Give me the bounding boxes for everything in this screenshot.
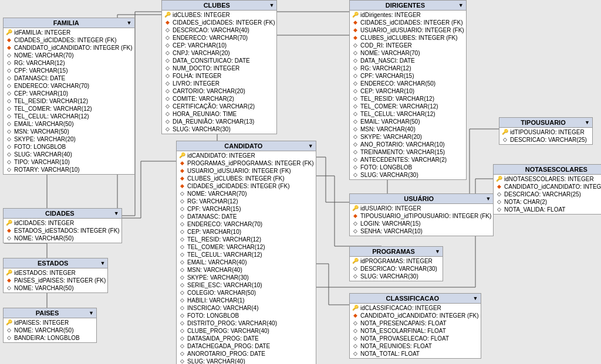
field-text: TEL_RESID: VARCHAR(12): [14, 97, 88, 105]
field-icon: ◇: [178, 328, 185, 335]
table-row: ◇FOLHA: INTEGER: [162, 72, 276, 80]
table-row: ◆CIDADES_idCIDADES: INTEGER (FK): [177, 182, 316, 190]
field-text: RG: VARCHAR(12): [360, 64, 411, 72]
table-row: ◇MSN: VARCHAR(40): [177, 266, 316, 274]
field-icon: ◇: [5, 75, 12, 82]
table-header-tipousuario[interactable]: TIPOUSUARIO▼: [499, 118, 592, 128]
pk-icon: 🔑: [164, 12, 171, 19]
table-title-familia: FAMILIA: [6, 19, 127, 26]
fk-icon: ◆: [164, 19, 171, 26]
table-header-estados[interactable]: ESTADOS▼: [4, 258, 107, 268]
table-row: ◇ROTARY: VARCHAR(10): [4, 166, 134, 174]
field-icon: ◇: [164, 50, 171, 57]
field-icon: ◇: [5, 151, 12, 158]
field-text: idUSUARIO: INTEGER: [360, 205, 421, 212]
table-row: ◇INSCRICAO: VARCHAR(4): [177, 304, 316, 312]
field-icon: ◇: [178, 297, 185, 304]
field-icon: ◇: [352, 328, 359, 335]
table-row: ◇ANTECEDENTES: VARCHAR(2): [350, 156, 466, 164]
table-arrow-cidades[interactable]: ▼: [114, 210, 119, 216]
table-row: ◇NOTA_PRESENCAPAIS: FLOAT: [350, 319, 481, 327]
table-arrow-paises[interactable]: ▼: [89, 310, 94, 316]
field-text: NOTA_TOTAL: FLOAT: [360, 350, 420, 358]
field-text: SENHA: VARCHAR(10): [360, 227, 423, 235]
field-text: DESCRICAO: VARCHAR(30): [360, 265, 437, 273]
field-text: CEP: VARCHAR(10): [173, 42, 227, 49]
table-arrow-familia[interactable]: ▼: [127, 20, 132, 26]
field-icon: ◇: [5, 327, 12, 334]
field-text: RG: VARCHAR(12): [187, 198, 238, 205]
table-row: ◇HABILI: VARCHAR(1): [177, 297, 316, 304]
table-row: ◇DATA_CONSITUICAO: DATE: [162, 57, 276, 64]
table-row: ◇ENDERECO: VARCHAR(50): [350, 80, 466, 87]
table-title-usuario: USUÁRIO: [352, 195, 485, 202]
table-row: ◇FOTO: LONGBLOB: [177, 312, 316, 319]
table-row: ◇ENDERECO: VARCHAR(70): [162, 34, 276, 42]
field-text: SERIE_ESC: VARCHAR(10): [187, 281, 262, 289]
table-header-usuario[interactable]: USUÁRIO▼: [350, 194, 493, 204]
table-header-candidato[interactable]: CANDIDATO▼: [177, 141, 316, 151]
table-row: ◇DESCRICAO: VARCHAR(25): [499, 136, 592, 144]
field-icon: ◇: [5, 67, 12, 74]
table-arrow-classificacao[interactable]: ▼: [473, 295, 478, 301]
table-row: ◇NOME: VARCHAR(70): [350, 49, 466, 57]
table-header-programas[interactable]: PROGRAMAS▼: [350, 247, 443, 257]
field-text: ENDERECO: VARCHAR(70): [187, 220, 262, 228]
field-icon: ◇: [352, 88, 359, 95]
table-estados: ESTADOS▼🔑idESTADOS: INTEGER◆PAISES_idPAI…: [3, 258, 108, 293]
field-text: NOME: VARCHAR(50): [14, 234, 74, 242]
table-row: ◇ANO_ROTARIO: VARCHAR(10): [350, 141, 466, 148]
table-title-cidades: CIDADES: [6, 210, 114, 217]
table-header-familia[interactable]: FAMILIA▼: [4, 18, 134, 28]
table-arrow-estados[interactable]: ▼: [100, 260, 105, 266]
field-icon: ◇: [178, 221, 185, 228]
table-row: ◇TEL_RESID: VARCHAR(12): [350, 95, 466, 103]
field-text: SLUG: VARCHAR(30): [360, 273, 418, 280]
field-text: CANDIDATO_idCANDIDATO: INTEGER (FK): [360, 312, 479, 319]
field-text: SKYPE: VARCHAR(30): [187, 274, 249, 281]
field-text: CEP: VARCHAR(10): [187, 228, 241, 236]
table-row: ◇COMITE: VARCHAR(2): [162, 95, 276, 103]
pk-icon: 🔑: [501, 129, 508, 136]
table-row: ◇TEL_COMER: VARCHAR(12): [350, 103, 466, 110]
field-text: NOTA_PROVASELECAO: FLOAT: [360, 335, 449, 342]
table-header-dirigentes[interactable]: DIRIGENTES▼: [350, 1, 466, 11]
table-arrow-tipousuario[interactable]: ▼: [585, 120, 590, 125]
field-text: DISTRITO_PROG: VARCHAR(40): [187, 319, 277, 327]
field-text: TEL_COMER: VARCHAR(12): [360, 103, 438, 110]
table-header-notasescolares[interactable]: NOTASESCOLARES▼: [494, 165, 601, 175]
table-row: ◇NOTA_PROVASELECAO: FLOAT: [350, 335, 481, 342]
field-text: COD_RI: INTEGER: [360, 42, 412, 49]
fk-icon: ◆: [495, 183, 502, 190]
table-header-cidades[interactable]: CIDADES▼: [4, 209, 121, 219]
field-text: DATANASCI: DATE: [14, 74, 65, 82]
table-body-notasescolares: 🔑idNOTASESCOLARES: INTEGER◆CANDIDATO_idC…: [494, 175, 601, 214]
field-text: NOTA: CHAR(2): [504, 198, 547, 206]
table-row: ◇COLEGIO: VARCHAR(50): [177, 289, 316, 297]
table-row: ◆PROGRAMAS_idPROGRAMAS: INTEGER (FK): [177, 159, 316, 167]
table-arrow-usuario[interactable]: ▼: [485, 196, 491, 202]
field-icon: ◇: [5, 121, 12, 128]
table-row: ◇CEP: VARCHAR(10): [350, 87, 466, 95]
field-text: DESCRICAO: VARCHAR(25): [510, 136, 587, 144]
field-text: USUARIO_idUSUARIO: INTEGER (FK): [360, 26, 464, 34]
field-text: COLEGIO: VARCHAR(50): [187, 289, 256, 297]
field-icon: ◇: [164, 96, 171, 103]
field-text: TEL_CELUL: VARCHAR(12): [360, 110, 435, 118]
table-arrow-programas[interactable]: ▼: [435, 249, 440, 254]
field-icon: ◇: [5, 52, 12, 59]
table-arrow-clubes[interactable]: ▼: [269, 2, 275, 8]
table-header-paises[interactable]: PAISES▼: [4, 308, 96, 318]
table-arrow-dirigentes[interactable]: ▼: [458, 2, 464, 8]
table-row: ◇SENHA: VARCHAR(10): [350, 227, 493, 235]
table-header-classificacao[interactable]: CLASSIFICACAO▼: [350, 294, 481, 304]
table-row: ◇SKYPE: VARCHAR(20): [350, 133, 466, 141]
pk-icon: 🔑: [5, 29, 12, 36]
table-arrow-candidato[interactable]: ▼: [308, 143, 313, 149]
field-text: idESTADOS: INTEGER: [14, 269, 76, 277]
field-text: ANOROTARIO_PROG: DATE: [187, 350, 265, 358]
table-row: ◇NOME: VARCHAR(70): [4, 52, 134, 59]
field-text: EMAIL: VARCHAR(50): [14, 120, 74, 128]
table-header-clubes[interactable]: CLUBES▼: [162, 1, 276, 11]
field-text: ROTARY: VARCHAR(10): [14, 166, 80, 174]
